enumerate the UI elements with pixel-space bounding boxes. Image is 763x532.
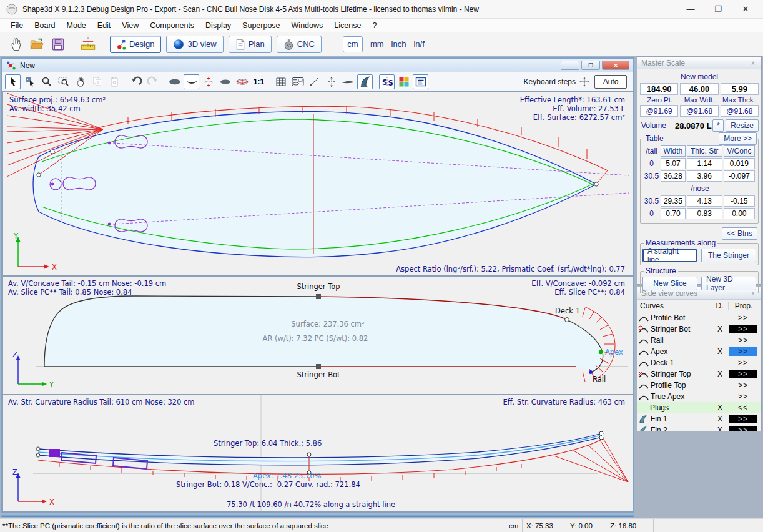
tail30-width[interactable]: 36.28 <box>661 170 686 182</box>
prop-button[interactable]: >> <box>729 358 757 367</box>
nose0-vconc[interactable]: 0.00 <box>724 208 755 219</box>
side-view-tool[interactable] <box>340 74 356 89</box>
prop-button[interactable]: >> <box>729 336 757 345</box>
col-thic-button[interactable]: Thic. Str <box>687 145 722 157</box>
nose30-width[interactable]: 29.35 <box>661 195 686 207</box>
thickness-value[interactable]: 5.99 <box>721 83 759 95</box>
unit-inf[interactable]: in/f <box>413 39 424 49</box>
tail0-thic[interactable]: 1.14 <box>687 158 722 169</box>
menu-edit[interactable]: Edit <box>92 20 117 31</box>
outline-panel[interactable]: Y X Surface proj.: 6549.63 cm² Av. width… <box>2 91 633 276</box>
curve-row-fin2[interactable]: Fin 2 X >> <box>637 425 761 431</box>
prop-button-selected[interactable]: >> <box>729 347 757 356</box>
max-thck-value[interactable]: @91.68 <box>721 105 759 117</box>
mode-3dview-button[interactable]: 3D view <box>166 36 223 53</box>
col-vconc-button[interactable]: V/Conc <box>724 145 755 157</box>
tail30-thic[interactable]: 3.96 <box>687 170 722 182</box>
unit-inch[interactable]: inch <box>391 39 406 49</box>
doc-minimize-button[interactable]: — <box>561 61 579 70</box>
curve-row-profile-bot[interactable]: Profile Bot >> <box>637 312 761 323</box>
menu-mode[interactable]: Mode <box>61 20 92 31</box>
prop-button[interactable]: >> <box>729 426 757 431</box>
prop-button[interactable]: >> <box>729 370 757 378</box>
menu-windows[interactable]: Windows <box>286 20 329 31</box>
fin-tool[interactable] <box>357 74 373 89</box>
profile-panel[interactable]: Z X Av. Str. Curvature Radius Tail: 610 … <box>2 395 633 512</box>
close-button[interactable]: ✕ <box>732 1 759 18</box>
menu-display[interactable]: Display <box>200 20 237 31</box>
stringer-top-point[interactable] <box>316 294 321 299</box>
apex-point[interactable] <box>599 350 603 354</box>
prop-button[interactable]: >> <box>729 381 757 390</box>
grid-toggle[interactable] <box>273 74 288 89</box>
zero-pt-value[interactable]: @91.69 <box>640 105 678 117</box>
deck1-point[interactable] <box>565 318 569 322</box>
color-settings[interactable] <box>396 74 411 89</box>
prop-collapse-button[interactable]: << <box>729 403 757 412</box>
tail0-vconc[interactable]: 0.019 <box>724 158 755 169</box>
menu-superpose[interactable]: Superpose <box>237 20 285 31</box>
zoom-tool[interactable] <box>39 74 54 89</box>
curve-row-fin1[interactable]: Fin 1 X >> <box>637 413 761 425</box>
curve-row-plugs[interactable]: Plugs X << <box>637 402 761 413</box>
maximize-button[interactable]: ❐ <box>704 1 732 18</box>
save-icon[interactable] <box>47 35 69 54</box>
auto-steps-button[interactable]: Auto <box>594 75 627 89</box>
menu-view[interactable]: View <box>116 20 144 31</box>
curve-row-stringer-top[interactable]: Stringer Top X >> <box>637 368 761 380</box>
length-value[interactable]: 184.90 <box>640 83 678 95</box>
outline-view-tool[interactable] <box>167 74 182 89</box>
document-titlebar[interactable]: New — ❐ ✕ <box>2 59 633 72</box>
open-file-icon[interactable] <box>26 35 47 54</box>
nose30-thic[interactable]: 4.13 <box>687 195 722 207</box>
paste-tool[interactable] <box>106 74 122 89</box>
new-slice-button[interactable]: New Slice <box>642 277 697 290</box>
nose0-thic[interactable]: 0.83 <box>687 208 722 219</box>
curve-row-true-apex[interactable]: True Apex >> <box>637 391 761 402</box>
curves-editor-toggle[interactable]: SS <box>379 74 395 89</box>
slice-view-tool[interactable] <box>184 74 199 89</box>
menu-file[interactable]: File <box>5 20 29 31</box>
redo-button[interactable] <box>145 74 160 89</box>
profile-area[interactable] <box>38 433 601 465</box>
slice-canvas[interactable]: Stringer Top Deck 1 Apex Rail Stringer B… <box>3 277 630 394</box>
btns-toggle-button[interactable]: << Btns <box>722 227 757 240</box>
stringer-button[interactable]: The Stringer <box>701 249 756 262</box>
move-steps-icon[interactable] <box>579 77 589 87</box>
nose30-vconc[interactable]: -0.15 <box>724 195 755 207</box>
curve-row-profile-top[interactable]: Profile Top >> <box>637 380 761 391</box>
minimize-button[interactable]: — <box>677 1 704 18</box>
outline-canvas[interactable]: Y X Surface proj.: 6549.63 cm² Av. width… <box>3 92 630 275</box>
curve-row-apex[interactable]: Apex X >> <box>637 346 761 357</box>
master-scale-close-icon[interactable]: x <box>749 59 757 66</box>
menu-components[interactable]: Components <box>144 20 200 31</box>
resize-button[interactable]: Resize <box>726 119 759 132</box>
slice-panel[interactable]: Stringer Top Deck 1 Apex Rail Stringer B… <box>2 276 633 395</box>
properties-panel-toggle[interactable] <box>413 74 428 89</box>
col-width-button[interactable]: Width <box>661 145 686 157</box>
prop-button[interactable]: >> <box>729 313 757 322</box>
pan-tool[interactable] <box>72 74 88 89</box>
prop-button[interactable]: >> <box>729 325 757 333</box>
slices-panel-toggle[interactable] <box>290 74 305 89</box>
select-points-tool[interactable] <box>22 74 37 89</box>
wireframe-view-tool[interactable] <box>234 74 250 89</box>
one-to-one-zoom[interactable]: 1:1 <box>251 74 267 89</box>
cursor-tool[interactable] <box>5 74 21 89</box>
profile-canvas[interactable]: Z X Av. Str. Curvature Radius Tail: 610 … <box>3 395 630 511</box>
curve-row-rail[interactable]: Rail >> <box>637 335 761 346</box>
board-dimensions-icon[interactable] <box>77 35 99 54</box>
undo-button[interactable] <box>128 74 144 89</box>
width-value[interactable]: 46.00 <box>680 83 718 95</box>
board-outline-curve[interactable] <box>33 111 596 257</box>
prop-button[interactable]: >> <box>729 392 757 401</box>
tail30-vconc[interactable]: -0.097 <box>724 170 755 182</box>
nose0-width[interactable]: 0.70 <box>661 208 686 219</box>
new-3d-layer-button[interactable]: New 3D Layer <box>701 277 756 290</box>
mode-design-button[interactable]: Design <box>110 36 161 53</box>
pointer-hand-icon[interactable] <box>5 35 26 54</box>
max-wdt-value[interactable]: @91.68 <box>680 105 718 117</box>
guideline-tool[interactable] <box>323 74 339 89</box>
curve-row-stringer-bot[interactable]: Stringer Bot X >> <box>637 323 761 335</box>
rocker-symmetry-tool[interactable] <box>200 74 216 89</box>
